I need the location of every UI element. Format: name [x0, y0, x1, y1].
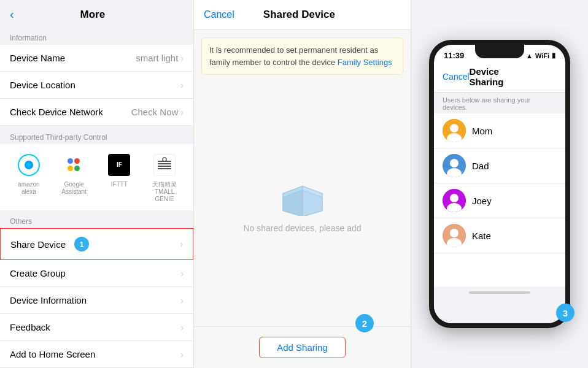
- chevron-icon: ›: [180, 239, 183, 249]
- avatar: [443, 224, 466, 247]
- signal-icon: ▲: [526, 52, 533, 59]
- svg-point-11: [450, 124, 458, 132]
- chevron-icon: ›: [180, 296, 184, 305]
- phone-user-list: Mom Dad Joey: [434, 113, 565, 286]
- ifttt-label: IFTTT: [111, 181, 128, 188]
- empty-state-text: No shared devices, please add: [243, 223, 361, 233]
- feedback-item[interactable]: Feedback ›: [0, 314, 193, 341]
- list-item[interactable]: Joey: [434, 183, 565, 218]
- battery-icon: ▮: [552, 52, 555, 59]
- create-group-item[interactable]: Create Group ›: [0, 260, 193, 287]
- phone-footer: [434, 286, 565, 323]
- svg-point-17: [450, 194, 458, 202]
- wifi-icon: WiFi: [535, 52, 549, 59]
- google-label: Google Assistant: [55, 181, 93, 196]
- shared-device-title: Shared Device: [263, 9, 335, 21]
- page-title: More: [19, 9, 166, 21]
- add-sharing-footer: Add Sharing: [194, 326, 411, 368]
- back-button[interactable]: ‹: [10, 7, 14, 21]
- step1-badge: 1: [74, 237, 89, 251]
- svg-rect-3: [158, 168, 171, 169]
- svg-point-14: [450, 159, 458, 167]
- others-label: Others: [0, 212, 193, 228]
- share-device-item[interactable]: Share Device 1 ›: [0, 228, 193, 260]
- left-panel: ‹ More Information Device Name smart lig…: [0, 0, 193, 368]
- check-now-value: Check Now: [131, 107, 179, 117]
- device-location-label: Device Location: [10, 80, 75, 90]
- notice-banner: It is recommended to set permanent resid…: [201, 37, 403, 75]
- phone-screen-title: Device Sharing: [470, 66, 529, 87]
- section-info-label: Information: [0, 29, 193, 45]
- feedback-label: Feedback: [10, 322, 50, 332]
- svg-rect-1: [158, 163, 171, 164]
- create-group-label: Create Group: [10, 268, 66, 278]
- middle-panel: Cancel Shared Device It is recommended t…: [193, 0, 411, 368]
- svg-rect-2: [158, 166, 171, 167]
- step2-badge: 2: [355, 314, 374, 332]
- chevron-icon: ›: [180, 269, 184, 278]
- list-item[interactable]: Kate: [434, 218, 565, 253]
- empty-state: No shared devices, please add 2: [194, 82, 411, 326]
- middle-header: Cancel Shared Device: [194, 0, 411, 30]
- home-bar: [469, 291, 530, 294]
- phone-screen: 11:39 ▲ WiFi ▮ Cancel Device Sharing Use…: [434, 45, 565, 323]
- phone-notch: [475, 45, 524, 58]
- chevron-icon: ›: [180, 350, 184, 359]
- tmall-icon: [151, 151, 178, 178]
- google-assistant-item[interactable]: Google Assistant: [55, 151, 93, 203]
- check-network-label: Check Device Network: [10, 107, 103, 117]
- nav-header: ‹ More: [0, 0, 193, 29]
- device-name-label: Device Name: [10, 53, 65, 63]
- chevron-icon: ›: [180, 53, 184, 63]
- third-party-section: amazon alexa Google Assistant IF: [0, 144, 193, 210]
- tmall-label: 天猫精灵 TMALL GENIE: [145, 181, 184, 203]
- phone-status-icons: ▲ WiFi ▮: [526, 52, 555, 59]
- ifttt-item[interactable]: IF IFTTT: [101, 151, 139, 203]
- device-information-item[interactable]: Device Information ›: [0, 287, 193, 314]
- user-name: Mom: [472, 126, 492, 136]
- device-name-value: smart light: [136, 53, 178, 63]
- device-location-right: ›: [180, 80, 184, 90]
- cancel-button[interactable]: Cancel: [204, 9, 234, 20]
- share-device-label: Share Device: [10, 239, 66, 250]
- phone-mockup: 11:39 ▲ WiFi ▮ Cancel Device Sharing Use…: [429, 40, 570, 328]
- google-icon: [61, 151, 88, 178]
- avatar: [443, 189, 466, 212]
- step3-badge: 3: [556, 304, 574, 322]
- check-network-right: Check Now ›: [131, 107, 184, 117]
- phone-cancel-button[interactable]: Cancel: [443, 72, 470, 82]
- user-name: Joey: [472, 196, 492, 206]
- device-location-item[interactable]: Device Location ›: [0, 72, 193, 99]
- avatar: [443, 119, 466, 142]
- add-home-label: Add to Home Screen: [10, 349, 95, 359]
- alexa-icon: [15, 151, 42, 178]
- list-item[interactable]: Mom: [434, 113, 565, 148]
- chevron-icon: ›: [180, 323, 184, 332]
- empty-box-icon: [278, 176, 327, 216]
- ifttt-icon: IF: [106, 151, 133, 178]
- user-name: Kate: [472, 231, 491, 241]
- svg-point-20: [450, 229, 458, 237]
- device-info-label: Device Information: [10, 295, 87, 305]
- tmall-item[interactable]: 天猫精灵 TMALL GENIE: [145, 151, 184, 203]
- third-party-label: Supported Third-party Control: [0, 128, 193, 144]
- check-device-network-item[interactable]: Check Device Network Check Now ›: [0, 99, 193, 126]
- add-sharing-button[interactable]: Add Sharing: [259, 337, 346, 358]
- device-name-item[interactable]: Device Name smart light ›: [0, 45, 193, 72]
- third-party-icons: amazon alexa Google Assistant IF: [10, 151, 184, 203]
- user-name: Dad: [472, 161, 489, 171]
- add-home-screen-item[interactable]: Add to Home Screen ›: [0, 341, 193, 368]
- right-panel: 11:39 ▲ WiFi ▮ Cancel Device Sharing Use…: [411, 0, 588, 368]
- family-settings-link[interactable]: Family Settings: [338, 58, 392, 67]
- phone-time: 11:39: [444, 51, 464, 60]
- alexa-label: amazon alexa: [10, 181, 48, 196]
- device-name-right: smart light ›: [136, 53, 184, 63]
- chevron-icon: ›: [180, 107, 184, 117]
- phone-subtitle: Users below are sharing your devices.: [434, 93, 565, 113]
- alexa-item[interactable]: amazon alexa: [10, 151, 48, 203]
- phone-nav: Cancel Device Sharing: [434, 61, 565, 93]
- chevron-icon: ›: [180, 80, 184, 90]
- avatar: [443, 154, 466, 177]
- share-device-left: Share Device 1: [10, 237, 89, 251]
- list-item[interactable]: Dad: [434, 148, 565, 183]
